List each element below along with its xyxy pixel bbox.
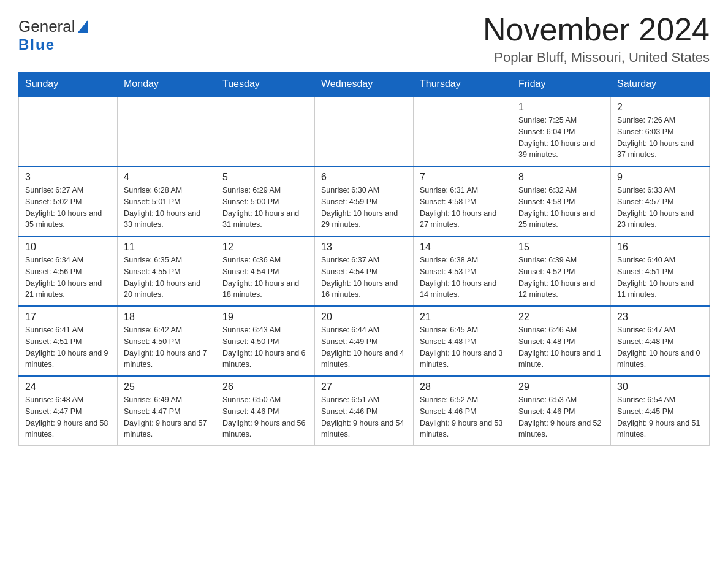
calendar-cell: 17Sunrise: 6:41 AM Sunset: 4:51 PM Dayli… xyxy=(19,306,118,376)
day-info: Sunrise: 6:52 AM Sunset: 4:46 PM Dayligh… xyxy=(420,394,506,440)
calendar-cell: 25Sunrise: 6:49 AM Sunset: 4:47 PM Dayli… xyxy=(118,376,216,446)
calendar-cell: 2Sunrise: 7:26 AM Sunset: 6:03 PM Daylig… xyxy=(611,96,710,166)
day-info: Sunrise: 6:48 AM Sunset: 4:47 PM Dayligh… xyxy=(25,394,111,440)
calendar-cell: 27Sunrise: 6:51 AM Sunset: 4:46 PM Dayli… xyxy=(315,376,414,446)
day-number: 8 xyxy=(518,172,604,183)
logo: General Blue xyxy=(18,12,88,53)
calendar-cell: 15Sunrise: 6:39 AM Sunset: 4:52 PM Dayli… xyxy=(512,236,611,306)
calendar-cell: 14Sunrise: 6:38 AM Sunset: 4:53 PM Dayli… xyxy=(414,236,512,306)
day-info: Sunrise: 7:25 AM Sunset: 6:04 PM Dayligh… xyxy=(518,115,604,161)
day-number: 13 xyxy=(321,242,407,253)
day-number: 5 xyxy=(222,172,308,183)
calendar-cell xyxy=(216,96,315,166)
day-info: Sunrise: 6:41 AM Sunset: 4:51 PM Dayligh… xyxy=(25,324,111,370)
calendar-cell: 4Sunrise: 6:28 AM Sunset: 5:01 PM Daylig… xyxy=(118,166,216,236)
col-saturday: Saturday xyxy=(611,72,710,97)
calendar-cell xyxy=(19,96,118,166)
col-tuesday: Tuesday xyxy=(216,72,315,97)
day-number: 26 xyxy=(222,381,308,393)
day-info: Sunrise: 6:32 AM Sunset: 4:58 PM Dayligh… xyxy=(518,185,604,231)
day-info: Sunrise: 6:37 AM Sunset: 4:54 PM Dayligh… xyxy=(321,255,407,301)
page-subtitle: Poplar Bluff, Missouri, United States xyxy=(483,50,710,66)
calendar-header-row: Sunday Monday Tuesday Wednesday Thursday… xyxy=(19,72,710,97)
day-info: Sunrise: 6:33 AM Sunset: 4:57 PM Dayligh… xyxy=(617,185,703,231)
day-info: Sunrise: 6:34 AM Sunset: 4:56 PM Dayligh… xyxy=(25,255,111,301)
header: General Blue November 2024 Poplar Bluff,… xyxy=(18,12,710,66)
calendar-cell: 7Sunrise: 6:31 AM Sunset: 4:58 PM Daylig… xyxy=(414,166,512,236)
calendar-cell: 5Sunrise: 6:29 AM Sunset: 5:00 PM Daylig… xyxy=(216,166,315,236)
calendar-week-row: 17Sunrise: 6:41 AM Sunset: 4:51 PM Dayli… xyxy=(19,306,710,376)
day-number: 21 xyxy=(420,312,506,323)
calendar-cell: 11Sunrise: 6:35 AM Sunset: 4:55 PM Dayli… xyxy=(118,236,216,306)
calendar-cell xyxy=(315,96,414,166)
calendar-cell xyxy=(118,96,216,166)
calendar-cell xyxy=(414,96,512,166)
calendar-cell: 16Sunrise: 6:40 AM Sunset: 4:51 PM Dayli… xyxy=(611,236,710,306)
day-info: Sunrise: 6:42 AM Sunset: 4:50 PM Dayligh… xyxy=(124,324,210,370)
day-number: 10 xyxy=(25,242,111,253)
calendar-cell: 18Sunrise: 6:42 AM Sunset: 4:50 PM Dayli… xyxy=(118,306,216,376)
svg-marker-0 xyxy=(77,20,88,33)
col-wednesday: Wednesday xyxy=(315,72,414,97)
calendar-cell: 10Sunrise: 6:34 AM Sunset: 4:56 PM Dayli… xyxy=(19,236,118,306)
day-info: Sunrise: 6:50 AM Sunset: 4:46 PM Dayligh… xyxy=(222,394,308,440)
calendar-cell: 3Sunrise: 6:27 AM Sunset: 5:02 PM Daylig… xyxy=(19,166,118,236)
calendar-cell: 23Sunrise: 6:47 AM Sunset: 4:48 PM Dayli… xyxy=(611,306,710,376)
calendar-cell: 21Sunrise: 6:45 AM Sunset: 4:48 PM Dayli… xyxy=(414,306,512,376)
col-friday: Friday xyxy=(512,72,611,97)
day-info: Sunrise: 7:26 AM Sunset: 6:03 PM Dayligh… xyxy=(617,115,703,161)
day-number: 16 xyxy=(617,242,703,253)
calendar-week-row: 1Sunrise: 7:25 AM Sunset: 6:04 PM Daylig… xyxy=(19,96,710,166)
logo-general-text: General xyxy=(18,17,75,36)
day-info: Sunrise: 6:35 AM Sunset: 4:55 PM Dayligh… xyxy=(124,255,210,301)
day-number: 14 xyxy=(420,242,506,253)
day-number: 25 xyxy=(124,381,210,393)
day-info: Sunrise: 6:28 AM Sunset: 5:01 PM Dayligh… xyxy=(124,185,210,231)
day-number: 19 xyxy=(222,312,308,323)
day-info: Sunrise: 6:54 AM Sunset: 4:45 PM Dayligh… xyxy=(617,394,703,440)
calendar-cell: 13Sunrise: 6:37 AM Sunset: 4:54 PM Dayli… xyxy=(315,236,414,306)
day-number: 18 xyxy=(124,312,210,323)
calendar-cell: 20Sunrise: 6:44 AM Sunset: 4:49 PM Dayli… xyxy=(315,306,414,376)
day-number: 27 xyxy=(321,381,407,393)
calendar-cell: 6Sunrise: 6:30 AM Sunset: 4:59 PM Daylig… xyxy=(315,166,414,236)
day-number: 17 xyxy=(25,312,111,323)
day-info: Sunrise: 6:53 AM Sunset: 4:46 PM Dayligh… xyxy=(518,394,604,440)
day-info: Sunrise: 6:30 AM Sunset: 4:59 PM Dayligh… xyxy=(321,185,407,231)
col-sunday: Sunday xyxy=(19,72,118,97)
calendar-cell: 19Sunrise: 6:43 AM Sunset: 4:50 PM Dayli… xyxy=(216,306,315,376)
day-number: 28 xyxy=(420,381,506,393)
col-monday: Monday xyxy=(118,72,216,97)
day-info: Sunrise: 6:51 AM Sunset: 4:46 PM Dayligh… xyxy=(321,394,407,440)
day-info: Sunrise: 6:29 AM Sunset: 5:00 PM Dayligh… xyxy=(222,185,308,231)
day-number: 7 xyxy=(420,172,506,183)
day-number: 3 xyxy=(25,172,111,183)
calendar-cell: 22Sunrise: 6:46 AM Sunset: 4:48 PM Dayli… xyxy=(512,306,611,376)
day-info: Sunrise: 6:39 AM Sunset: 4:52 PM Dayligh… xyxy=(518,255,604,301)
calendar-week-row: 24Sunrise: 6:48 AM Sunset: 4:47 PM Dayli… xyxy=(19,376,710,446)
day-info: Sunrise: 6:47 AM Sunset: 4:48 PM Dayligh… xyxy=(617,324,703,370)
day-number: 29 xyxy=(518,381,604,393)
day-info: Sunrise: 6:27 AM Sunset: 5:02 PM Dayligh… xyxy=(25,185,111,231)
day-info: Sunrise: 6:46 AM Sunset: 4:48 PM Dayligh… xyxy=(518,324,604,370)
day-info: Sunrise: 6:44 AM Sunset: 4:49 PM Dayligh… xyxy=(321,324,407,370)
day-number: 30 xyxy=(617,381,703,393)
day-info: Sunrise: 6:45 AM Sunset: 4:48 PM Dayligh… xyxy=(420,324,506,370)
col-thursday: Thursday xyxy=(414,72,512,97)
calendar-cell: 28Sunrise: 6:52 AM Sunset: 4:46 PM Dayli… xyxy=(414,376,512,446)
calendar-cell: 9Sunrise: 6:33 AM Sunset: 4:57 PM Daylig… xyxy=(611,166,710,236)
day-number: 4 xyxy=(124,172,210,183)
day-number: 9 xyxy=(617,172,703,183)
day-info: Sunrise: 6:49 AM Sunset: 4:47 PM Dayligh… xyxy=(124,394,210,440)
day-number: 2 xyxy=(617,102,703,113)
calendar-cell: 1Sunrise: 7:25 AM Sunset: 6:04 PM Daylig… xyxy=(512,96,611,166)
calendar-cell: 12Sunrise: 6:36 AM Sunset: 4:54 PM Dayli… xyxy=(216,236,315,306)
day-number: 22 xyxy=(518,312,604,323)
calendar-cell: 26Sunrise: 6:50 AM Sunset: 4:46 PM Dayli… xyxy=(216,376,315,446)
day-number: 6 xyxy=(321,172,407,183)
day-number: 15 xyxy=(518,242,604,253)
logo-blue-text: Blue xyxy=(18,36,55,53)
calendar-cell: 30Sunrise: 6:54 AM Sunset: 4:45 PM Dayli… xyxy=(611,376,710,446)
page-title: November 2024 xyxy=(483,12,710,47)
calendar-cell: 24Sunrise: 6:48 AM Sunset: 4:47 PM Dayli… xyxy=(19,376,118,446)
